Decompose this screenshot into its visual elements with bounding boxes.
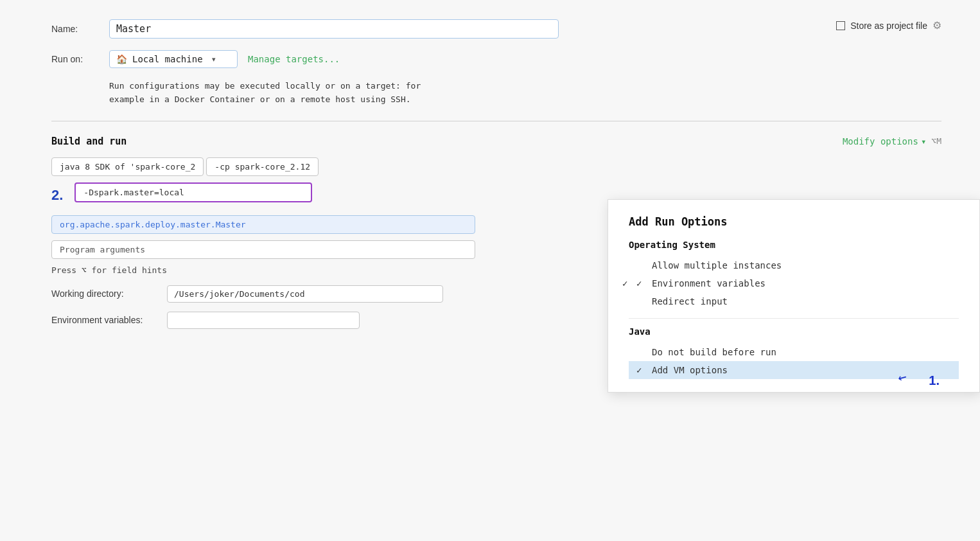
run-on-value: Local machine <box>132 54 203 64</box>
section-title: Build and run <box>51 136 127 147</box>
sdk-cp-row: java 8 SDK of 'spark-core_2 -cp spark-co… <box>51 157 941 176</box>
chevron-down-icon: ▾ <box>212 55 216 64</box>
dropdown-title: Add Run Options <box>629 215 959 228</box>
env-label: Environment variables: <box>51 315 167 325</box>
run-on-row: Run on: 🏠 Local machine ▾ Manage targets… <box>51 50 941 68</box>
allow-multiple-instances-label: Allow multiple instances <box>652 260 782 270</box>
gear-icon[interactable]: ⚙ <box>932 19 941 31</box>
allow-multiple-instances-item[interactable]: Allow multiple instances <box>629 256 959 274</box>
name-label: Name: <box>51 24 109 34</box>
working-dir-input[interactable] <box>167 285 443 303</box>
environment-variables-item[interactable]: ✓ Environment variables <box>629 274 959 292</box>
do-not-build-item[interactable]: Do not build before run <box>629 343 959 361</box>
add-run-options-panel: Add Run Options Operating System Allow m… <box>608 199 980 393</box>
modify-options-label: Modify options <box>843 136 918 146</box>
vm-options-field[interactable]: -Dspark.master=local <box>74 182 312 202</box>
run-hint: Run configurations may be executed local… <box>109 80 559 107</box>
modify-options-button[interactable]: Modify options ▾ ⌥M <box>843 136 941 146</box>
add-vm-options-item[interactable]: ✓ Add VM options ↙ 1. <box>629 361 959 379</box>
dropdown-divider <box>629 318 959 319</box>
step2-label: 2. <box>51 187 63 204</box>
redirect-input-item[interactable]: Redirect input <box>629 292 959 310</box>
build-and-run-header: Build and run Modify options ▾ ⌥M <box>51 136 941 147</box>
modify-shortcut: ⌥M <box>931 136 941 146</box>
redirect-input-label: Redirect input <box>652 296 728 306</box>
run-on-label: Run on: <box>51 54 109 64</box>
checkmark-empty2 <box>636 296 647 306</box>
house-icon: 🏠 <box>116 54 127 64</box>
java-group-title: Java <box>629 326 959 337</box>
checkmark-vm: ✓ <box>636 365 647 375</box>
name-input[interactable] <box>109 19 559 39</box>
working-dir-label: Working directory: <box>51 288 167 299</box>
os-group-title: Operating System <box>629 240 959 250</box>
chevron-down-icon: ▾ <box>921 136 926 146</box>
environment-variables-label: Environment variables <box>652 278 766 288</box>
run-hint-line1: Run configurations may be executed local… <box>109 81 421 91</box>
store-project-label: Store as project file <box>850 21 927 31</box>
checkmark-empty <box>636 260 647 270</box>
store-project-row: Store as project file ⚙ <box>836 19 941 31</box>
main-panel: Store as project file ⚙ Name: Run on: 🏠 … <box>0 0 980 541</box>
add-vm-options-label: Add VM options <box>652 365 728 375</box>
run-on-select[interactable]: 🏠 Local machine ▾ <box>109 50 238 68</box>
name-row: Name: <box>51 19 941 39</box>
store-project-checkbox[interactable] <box>836 21 845 30</box>
do-not-build-label: Do not build before run <box>652 347 776 357</box>
checkmark-env: ✓ <box>636 278 647 288</box>
step1-label: 1. <box>929 373 940 388</box>
run-hint-line2: example in a Docker Container or on a re… <box>109 94 411 104</box>
manage-targets-link[interactable]: Manage targets... <box>248 54 340 64</box>
main-class-field[interactable]: org.apache.spark.deploy.master.Master <box>51 215 475 234</box>
checkmark-empty3 <box>636 347 647 357</box>
arrow-icon: ↙ <box>895 367 911 385</box>
env-input[interactable] <box>167 312 360 329</box>
cp-field[interactable]: -cp spark-core_2.12 <box>206 157 319 176</box>
sdk-field[interactable]: java 8 SDK of 'spark-core_2 <box>51 157 204 176</box>
divider <box>51 121 941 121</box>
program-args-field[interactable]: Program arguments <box>51 240 475 259</box>
